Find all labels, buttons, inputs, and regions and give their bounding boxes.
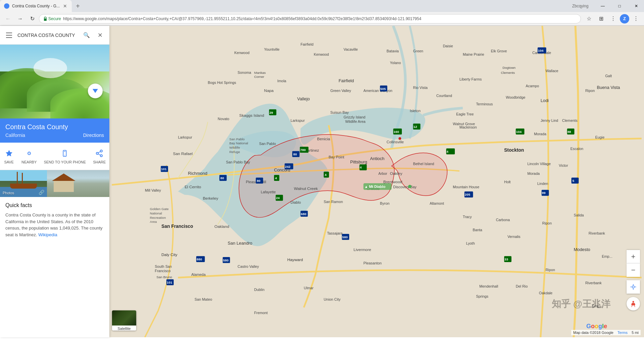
svg-text:Diablo: Diablo	[290, 200, 301, 204]
svg-text:Holt: Holt	[504, 180, 511, 184]
svg-text:Bay Point: Bay Point	[329, 155, 344, 159]
svg-text:Bethel Island: Bethel Island	[413, 162, 434, 166]
maximize-button[interactable]: □	[612, 0, 627, 12]
svg-text:Mackinson: Mackinson	[460, 125, 477, 129]
tab-close-button[interactable]: ✕	[62, 3, 68, 9]
refresh-button[interactable]: ↻	[27, 13, 38, 24]
svg-text:580: 580	[223, 258, 229, 262]
svg-text:Stockton: Stockton	[504, 147, 524, 153]
svg-text:San Pablo: San Pablo	[229, 137, 245, 141]
zoom-in-button[interactable]: +	[627, 250, 640, 263]
svg-text:Collinsville: Collinsville	[387, 140, 404, 144]
svg-text:Oakdale: Oakdale	[539, 291, 552, 295]
back-button[interactable]: ←	[3, 13, 13, 24]
svg-text:Yolano: Yolano	[390, 61, 401, 65]
zoom-out-button[interactable]: −	[627, 263, 640, 277]
map-area[interactable]: San Francisco San Leandro Hayward Daly C…	[109, 26, 644, 337]
svg-text:Ripon: Ripon	[585, 89, 595, 93]
url-text: https://www.google.com/maps/place/Contra…	[63, 16, 421, 21]
tab-favicon	[4, 3, 9, 9]
svg-text:Dublin: Dublin	[254, 288, 265, 292]
new-tab-button[interactable]: +	[73, 1, 83, 11]
svg-text:San Pablo: San Pablo	[259, 142, 276, 146]
street-view-button[interactable]	[627, 297, 640, 310]
svg-text:4: 4	[325, 173, 327, 177]
svg-text:Golden Gate: Golden Gate	[150, 207, 169, 211]
svg-text:Imola: Imola	[277, 79, 286, 83]
share-icon	[94, 148, 105, 159]
svg-text:Tracy: Tracy	[463, 215, 472, 219]
directions-pin-button[interactable]	[88, 84, 103, 98]
svg-text:580: 580	[342, 235, 348, 239]
svg-text:Ulmar: Ulmar	[304, 286, 314, 290]
svg-text:Jenny Lind: Jenny Lind	[541, 118, 558, 122]
send-to-phone-action-button[interactable]: SEND TO YOUR PHONE	[41, 147, 89, 166]
svg-text:Novato: Novato	[218, 117, 229, 121]
directions-link[interactable]: Directions	[83, 133, 104, 138]
svg-text:Elk Grove: Elk Grove	[491, 49, 507, 53]
menu-button[interactable]: ⋮	[631, 13, 641, 24]
svg-text:Fairfield: Fairfield	[301, 42, 314, 46]
svg-text:Ripon: Ripon	[542, 221, 552, 225]
menu-hamburger-button[interactable]	[4, 30, 15, 41]
extensions-button[interactable]: ⋮	[608, 13, 619, 24]
svg-text:29: 29	[269, 111, 273, 114]
wikipedia-link[interactable]: Wikipedia	[38, 232, 57, 237]
svg-text:Napa: Napa	[264, 88, 274, 93]
forward-button[interactable]: →	[15, 13, 25, 24]
nearby-action-button[interactable]: NEARBY	[19, 147, 39, 166]
svg-text:Ripon: Ripon	[545, 268, 555, 272]
save-label: SAVE	[4, 160, 14, 164]
svg-text:242: 242	[285, 165, 291, 168]
svg-text:Fremont: Fremont	[254, 311, 268, 315]
photo-left[interactable]: Photos 🔗	[0, 170, 47, 197]
window-title-label: Zbcqying	[567, 0, 594, 12]
svg-text:Dogtown: Dogtown	[502, 66, 516, 69]
svg-text:Vernalis: Vernalis	[507, 235, 521, 239]
photo-strip[interactable]: Photos 🔗	[0, 170, 109, 197]
satellite-label: Satellite	[112, 326, 136, 331]
clear-search-button[interactable]: ✕	[95, 30, 105, 41]
svg-text:Grizzly Island: Grizzly Island	[343, 115, 365, 119]
search-button[interactable]: 🔍	[81, 30, 92, 41]
photo-right[interactable]	[47, 170, 109, 197]
svg-point-6	[100, 150, 102, 152]
share-action-button[interactable]: SHARE	[90, 147, 108, 166]
place-name: Contra Costa County	[5, 122, 104, 131]
svg-text:American Canyon: American Canyon	[364, 89, 392, 93]
active-tab[interactable]: Contra Costa County - G... ✕	[0, 0, 72, 12]
svg-text:Kenwood: Kenwood	[234, 51, 249, 55]
svg-text:Victor: Victor	[559, 163, 568, 167]
svg-text:Francisco: Francisco	[155, 269, 171, 273]
svg-text:Mankas: Mankas	[254, 71, 266, 74]
svg-text:Riverbank: Riverbank	[585, 281, 602, 285]
svg-text:Benicia: Benicia	[317, 137, 330, 141]
minimize-button[interactable]: —	[595, 0, 610, 12]
svg-text:Lincoln Village: Lincoln Village	[527, 162, 551, 166]
watermark: 知乎 @王兆洋	[552, 298, 610, 310]
profile-button[interactable]: Z	[620, 14, 629, 23]
svg-text:Salida: Salida	[574, 213, 584, 217]
svg-text:Pleasanton: Pleasanton	[364, 261, 382, 265]
svg-text:Acampo: Acampo	[526, 84, 539, 88]
svg-line-205	[634, 305, 635, 307]
svg-text:Eugie: Eugie	[595, 135, 605, 139]
svg-text:Woodbridge: Woodbridge	[506, 95, 525, 99]
svg-text:Terminous: Terminous	[476, 102, 493, 106]
address-bar[interactable]: Secure https://www.google.com/maps/place…	[39, 14, 581, 23]
svg-text:Oakley: Oakley	[390, 171, 402, 176]
my-location-button[interactable]	[627, 280, 640, 294]
sidebar: CONTRA COSTA COUNTY 🔍 ✕ Contra Costa Cou…	[0, 26, 109, 337]
close-button[interactable]: ✕	[629, 0, 644, 12]
bookmark-button[interactable]: ☆	[584, 13, 594, 24]
satellite-toggle-button[interactable]: Satellite	[112, 310, 136, 331]
svg-text:Escalon: Escalon	[571, 147, 584, 151]
terms-link[interactable]: Terms	[618, 331, 628, 335]
apps-button[interactable]: ⊞	[596, 13, 606, 24]
zoom-controls: + −	[627, 250, 640, 277]
hero-image	[0, 45, 109, 118]
svg-text:Hayward: Hayward	[287, 257, 303, 262]
save-action-button[interactable]: SAVE	[1, 147, 17, 166]
svg-text:Wildlife: Wildlife	[229, 146, 240, 149]
svg-text:104: 104	[516, 130, 522, 134]
